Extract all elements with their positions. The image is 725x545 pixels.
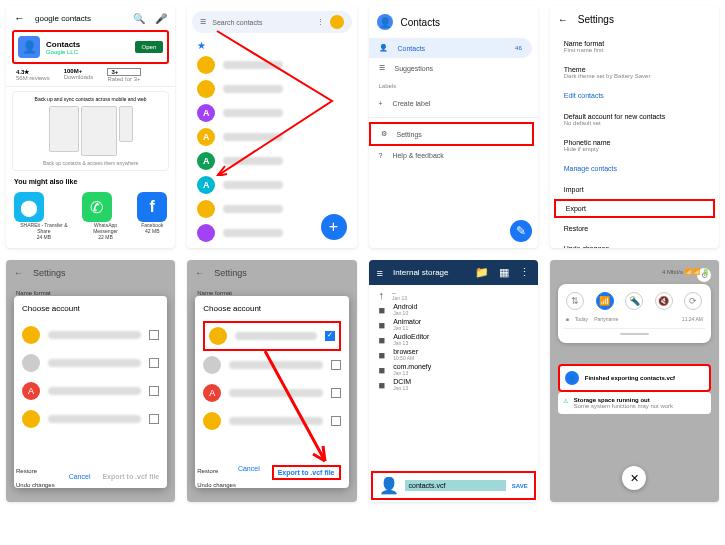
- name-format[interactable]: Name format: [564, 33, 705, 47]
- fab-edit[interactable]: ✎: [510, 220, 532, 242]
- export-button[interactable]: Export to .vcf file: [272, 465, 341, 480]
- app-icon-3[interactable]: f: [137, 192, 167, 222]
- open-button[interactable]: Open: [135, 41, 164, 53]
- contact-item[interactable]: A: [187, 149, 356, 173]
- shot-file-manager: ≡ Internal storage 📁 ▦ ⋮ ↑..Jan 13■Andro…: [369, 260, 538, 502]
- cancel-button[interactable]: Cancel: [238, 465, 260, 480]
- import[interactable]: Import: [564, 179, 705, 199]
- qs-wifi-icon[interactable]: 📶: [596, 292, 614, 310]
- folder-icon[interactable]: 📁: [475, 266, 489, 279]
- warning-icon: ⚠: [563, 397, 568, 404]
- contact-item[interactable]: A: [187, 125, 356, 149]
- drawer-title: Contacts: [401, 17, 440, 28]
- filename-input[interactable]: contacts.vcf: [405, 480, 506, 491]
- account-row[interactable]: [203, 351, 340, 379]
- contacts-icon: 👤: [565, 371, 579, 385]
- name-format-sub: First name first: [564, 47, 705, 59]
- default-account-sub: No default set: [564, 120, 705, 132]
- checkbox[interactable]: [149, 330, 159, 340]
- restore[interactable]: Restore: [564, 218, 705, 238]
- checkbox-checked[interactable]: [325, 331, 335, 341]
- nav-badge: 46: [515, 45, 522, 51]
- file-row[interactable]: ■com.monefyJan 13: [369, 362, 538, 377]
- close-button[interactable]: ✕: [622, 466, 646, 490]
- search-icon[interactable]: 🔍: [133, 13, 145, 24]
- nav-suggestions[interactable]: ☰Suggestions: [369, 58, 538, 78]
- back-icon[interactable]: ←: [14, 12, 25, 24]
- shot-choose-account-2: ←Settings Name formatFirst name first Ch…: [187, 260, 356, 502]
- qs-sound-icon[interactable]: 🔇: [655, 292, 673, 310]
- nav-help[interactable]: ?Help & feedback: [369, 146, 538, 165]
- person-icon: 👤: [379, 44, 388, 52]
- account-row[interactable]: A: [203, 379, 340, 407]
- add-contact-fab[interactable]: +: [321, 214, 347, 240]
- export-button[interactable]: Export to .vcf file: [102, 473, 159, 480]
- account-row-selected[interactable]: [203, 321, 340, 351]
- theme[interactable]: Theme: [564, 59, 705, 73]
- contact-item[interactable]: [187, 245, 356, 248]
- shot-drawer: 👤Contacts 👤Contacts46 ☰Suggestions Label…: [369, 6, 538, 248]
- app-card[interactable]: 👤 ContactsGoogle LLC Open: [12, 30, 169, 64]
- choose-account-dialog: Choose account A CancelExport to .vcf fi…: [14, 296, 167, 488]
- contact-item[interactable]: [187, 53, 356, 77]
- checkbox[interactable]: [331, 416, 341, 426]
- menu-icon[interactable]: ☰: [200, 18, 206, 26]
- app-icon-1[interactable]: ⬤: [14, 192, 44, 222]
- search-bar[interactable]: ☰ Search contacts ⋮: [192, 11, 351, 33]
- nav-settings[interactable]: ⚙Settings: [369, 122, 534, 146]
- contacts-app-icon: 👤: [18, 36, 40, 58]
- search-placeholder: Search contacts: [212, 19, 310, 26]
- account-row[interactable]: A: [22, 377, 159, 405]
- export-row[interactable]: Export: [554, 199, 715, 218]
- qs-flashlight-icon[interactable]: 🔦: [625, 292, 643, 310]
- manage-contacts-link: Manage contacts: [564, 158, 705, 179]
- account-row[interactable]: [22, 321, 159, 349]
- search-text: google contacts: [35, 14, 123, 23]
- account-row[interactable]: [22, 349, 159, 377]
- more-icon[interactable]: ⋮: [317, 18, 324, 26]
- default-account[interactable]: Default account for new contacts: [564, 106, 705, 120]
- notification-text: Finished exporting contacts.vcf: [585, 375, 675, 381]
- qs-data-icon[interactable]: ⇅: [566, 292, 584, 310]
- file-row[interactable]: ■AudioEditorJan 13: [369, 332, 538, 347]
- save-button[interactable]: SAVE: [512, 483, 528, 489]
- dialog-title: Choose account: [203, 304, 340, 313]
- shot-contacts-list: ☰ Search contacts ⋮ ★ AAAAA +: [187, 6, 356, 248]
- back-icon: ←: [14, 268, 23, 278]
- back-icon: ←: [195, 268, 204, 278]
- nav-create-label[interactable]: +Create label: [369, 94, 538, 113]
- qs-rotate-icon[interactable]: ⟳: [684, 292, 702, 310]
- contact-item[interactable]: [187, 77, 356, 101]
- contact-item[interactable]: A: [187, 173, 356, 197]
- shot-play-store: ← google contacts 🔍 🎤 👤 ContactsGoogle L…: [6, 6, 175, 248]
- contact-item[interactable]: A: [187, 101, 356, 125]
- storage-notification[interactable]: ⚠ Storage space running outSome system f…: [558, 392, 711, 414]
- nav-contacts[interactable]: 👤Contacts46: [369, 38, 532, 58]
- checkbox[interactable]: [149, 358, 159, 368]
- file-row[interactable]: ■browser10:50 AM: [369, 347, 538, 362]
- checkbox[interactable]: [149, 386, 159, 396]
- phonetic[interactable]: Phonetic name: [564, 132, 705, 146]
- more-icon[interactable]: ⋮: [519, 266, 530, 279]
- app-icon-2[interactable]: ✆: [82, 192, 112, 222]
- app-dev: Google LLC: [46, 49, 80, 55]
- menu-icon[interactable]: ≡: [377, 267, 383, 279]
- file-row[interactable]: ■AndroidJan 10: [369, 302, 538, 317]
- avatar-icon[interactable]: [330, 15, 344, 29]
- file-icon: 👤: [379, 476, 399, 495]
- file-row[interactable]: ↑..Jan 13: [369, 287, 538, 302]
- checkbox[interactable]: [331, 360, 341, 370]
- grid-icon[interactable]: ▦: [499, 266, 509, 279]
- undo[interactable]: Undo changes: [564, 238, 705, 248]
- file-row[interactable]: ■AnimatorJan 11: [369, 317, 538, 332]
- mic-icon[interactable]: 🎤: [155, 13, 167, 24]
- checkbox[interactable]: [149, 414, 159, 424]
- file-row[interactable]: ■DCIMJan 13: [369, 377, 538, 392]
- cancel-button[interactable]: Cancel: [69, 473, 91, 480]
- account-row[interactable]: [22, 405, 159, 433]
- back-icon[interactable]: ←: [558, 14, 568, 25]
- checkbox[interactable]: [331, 388, 341, 398]
- export-notification[interactable]: 👤 Finished exporting contacts.vcf: [558, 364, 711, 392]
- nav-label: Suggestions: [395, 65, 434, 72]
- account-row[interactable]: [203, 407, 340, 435]
